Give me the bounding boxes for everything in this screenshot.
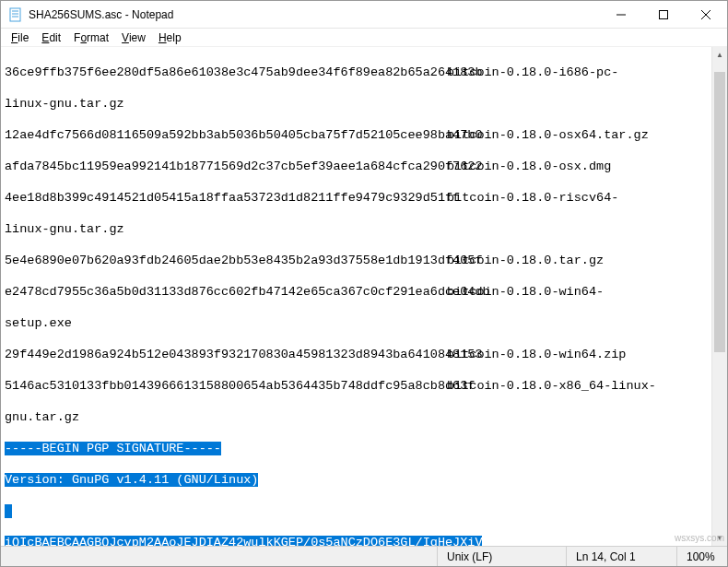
vertical-scrollbar[interactable]: ▲ ▼ xyxy=(711,47,727,546)
notepad-icon xyxy=(8,7,23,22)
scroll-up-icon[interactable]: ▲ xyxy=(712,47,727,63)
menu-format[interactable]: Format xyxy=(67,30,115,45)
menubar: File Edit Format View Help xyxy=(1,29,727,47)
watermark: wsxsys.com xyxy=(675,533,724,543)
status-position: Ln 14, Col 1 xyxy=(566,547,676,566)
minimize-button[interactable] xyxy=(600,1,642,28)
statusbar: Unix (LF) Ln 14, Col 1 100% xyxy=(1,546,727,566)
titlebar: SHA256SUMS.asc - Notepad xyxy=(1,1,727,29)
svg-rect-5 xyxy=(660,10,668,18)
status-encoding: Unix (LF) xyxy=(437,547,566,566)
status-zoom: 100% xyxy=(676,547,727,566)
text-area[interactable]: 36ce9ffb375f6ee280df5a86e61038e3c475ab9d… xyxy=(1,47,711,546)
selected-text: -----BEGIN PGP SIGNATURE----- xyxy=(5,442,221,455)
window-title: SHA256SUMS.asc - Notepad xyxy=(29,8,600,21)
menu-view[interactable]: View xyxy=(115,30,152,45)
scroll-thumb[interactable] xyxy=(714,72,725,352)
menu-file[interactable]: File xyxy=(5,30,35,45)
close-button[interactable] xyxy=(685,1,727,28)
menu-help[interactable]: Help xyxy=(152,30,188,45)
maximize-button[interactable] xyxy=(642,1,685,28)
svg-rect-0 xyxy=(10,8,20,21)
menu-edit[interactable]: Edit xyxy=(35,30,67,45)
window-controls xyxy=(600,1,727,28)
